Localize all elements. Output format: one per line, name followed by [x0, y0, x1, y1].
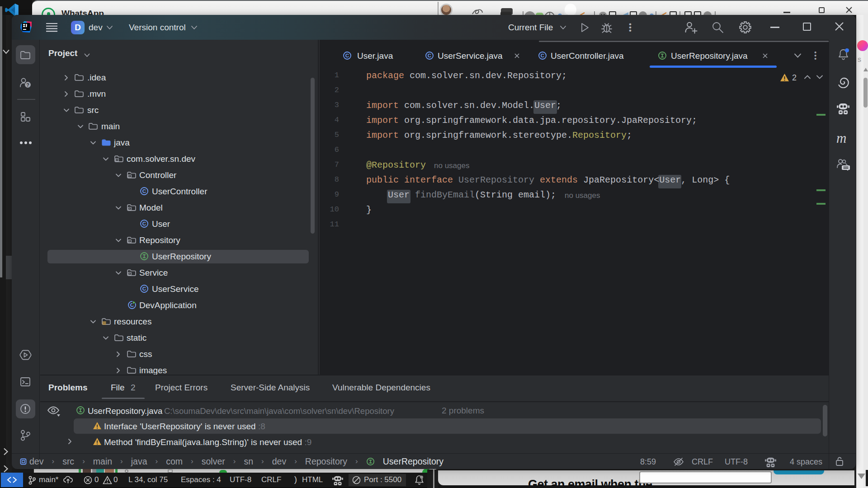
- svg-text:C: C: [142, 286, 146, 291]
- svg-text:C: C: [428, 53, 431, 58]
- svg-text:C: C: [345, 53, 349, 58]
- svg-text:C: C: [142, 221, 146, 226]
- svg-text:C: C: [142, 188, 146, 194]
- svg-text:?: ?: [26, 82, 29, 88]
- svg-text:C: C: [541, 53, 544, 58]
